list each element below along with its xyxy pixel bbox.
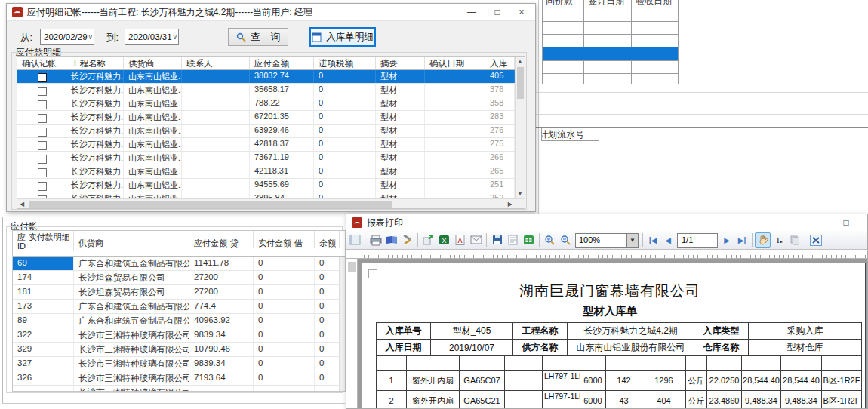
col-header[interactable]: 联系人 [182, 57, 250, 69]
export-excel-icon[interactable]: X [436, 232, 452, 248]
print-icon[interactable] [368, 232, 383, 248]
scroll-down-icon[interactable]: ▼ [516, 190, 525, 197]
col-header[interactable]: 工程名称 [66, 57, 124, 69]
close-button[interactable]: × [509, 4, 534, 20]
col-header[interactable]: 余额 [315, 231, 340, 248]
document-icon[interactable] [505, 232, 521, 248]
hand-tool-icon[interactable] [755, 232, 771, 248]
checkbox[interactable] [38, 128, 47, 137]
table-row[interactable]: 长沙万科魅力... 山东南山铝业... 35658.17 0 型材 376 [17, 84, 525, 97]
cell-detail-id[interactable]: 173 [13, 300, 74, 313]
checkbox[interactable] [38, 155, 47, 164]
export-pdf-icon[interactable]: A [452, 232, 468, 248]
checkbox[interactable] [38, 195, 47, 198]
to-date-combobox[interactable]: 2020/03/31 ∨ [125, 29, 179, 45]
table-row[interactable]: 326 长沙市三湘特种玻璃有限公司 7193.64 0 0 [13, 371, 345, 386]
prev-page-button[interactable]: ◀ [660, 236, 676, 244]
table-row[interactable]: 173 广东合和建筑五金制品有限公司 774.4 0 0 [13, 300, 345, 314]
inbound-detail-button[interactable]: 入库单明细 [310, 28, 375, 46]
export-html-icon[interactable] [521, 232, 537, 248]
cell-detail-id[interactable]: 327 [13, 357, 74, 371]
titlebar[interactable]: 报表打印 — □ × [346, 214, 867, 232]
col-header[interactable]: 应-实付款明细ID [13, 231, 74, 251]
vertical-scrollbar[interactable]: ▲ ▼ [515, 57, 525, 198]
col-header[interactable]: 实付金额-借 [254, 231, 315, 248]
chevron-down-icon[interactable]: ∨ [172, 33, 178, 41]
zoom-select[interactable]: 100% ▼ [575, 233, 639, 248]
table-row[interactable]: 322 长沙市三湘特种玻璃有限公司 9839.34 0 0 [13, 328, 345, 343]
table-row[interactable]: 长沙万科魅力... 山东南山铝业... 73671.19 0 型材 266 [17, 152, 525, 165]
checkbox[interactable] [38, 114, 47, 123]
table-row[interactable]: 长沙万科魅力... 山东南山铝业... 94555.69 0 型材 251 [17, 179, 525, 192]
col-header[interactable]: 供货商 [124, 57, 182, 69]
page-indicator[interactable]: 1/1 [677, 233, 718, 248]
scroll-up-icon[interactable]: ▲ [516, 58, 525, 65]
col-header[interactable]: 应付金额 [250, 57, 314, 69]
confirm-checkbox-cell[interactable] [17, 179, 66, 192]
zoom-out-icon[interactable] [558, 232, 574, 248]
confirm-checkbox-cell[interactable] [17, 111, 66, 124]
col-header[interactable]: 进项税额 [314, 57, 376, 69]
checkbox[interactable] [38, 100, 47, 109]
close-preview-icon[interactable] [808, 232, 823, 248]
query-button[interactable]: 查 询 [228, 28, 288, 46]
cell-detail-id[interactable]: 89 [13, 314, 74, 328]
chevron-down-icon[interactable]: ▼ [626, 234, 638, 247]
table-row[interactable]: 长沙万科魅力... 山东南山铝业... 67201.35 0 型材 283 [17, 111, 525, 125]
table-row[interactable]: 327 长沙市三湘特种玻璃有限公司 9839.34 0 0 [13, 357, 345, 371]
last-page-button[interactable]: ▶| [734, 236, 749, 244]
cell-detail-id[interactable]: 174 [13, 271, 74, 284]
horizontal-scrollbar[interactable]: ◀ ▶ [17, 198, 525, 208]
cell-detail-id[interactable]: 326 [13, 371, 74, 385]
table-row[interactable]: 329 长沙市三湘特种玻璃有限公司 10790.46 0 0 [13, 343, 345, 357]
table-row[interactable]: 长沙市三湘特种玻璃有限公司 [13, 386, 345, 391]
zoom-in-icon[interactable] [542, 232, 558, 248]
table-row[interactable]: 长沙万科魅力... 山东南山铝业... 63929.46 0 型材 276 [17, 125, 525, 138]
scrollbar-thumb[interactable] [29, 201, 392, 208]
scrollbar-thumb[interactable] [517, 67, 524, 99]
table-row[interactable]: 69 广东合和建筑五金制品有限公司 11411.78 0 0 [13, 257, 345, 271]
col-header[interactable]: 供货商 [74, 231, 189, 248]
vertical-scrollbar[interactable] [339, 257, 345, 391]
outline-toggle-icon[interactable] [346, 232, 362, 248]
cell-detail-id[interactable]: 322 [13, 328, 74, 342]
confirm-checkbox-cell[interactable] [17, 192, 66, 198]
col-header[interactable]: 摘要 [376, 57, 425, 69]
cell-detail-id[interactable]: 69 [13, 257, 74, 270]
cell-detail-id[interactable] [13, 386, 74, 391]
chevron-down-icon[interactable]: ∨ [88, 33, 94, 41]
text-select-tool-icon[interactable]: I [771, 232, 786, 248]
confirm-checkbox-cell[interactable] [17, 84, 66, 97]
confirm-checkbox-cell[interactable] [17, 165, 66, 178]
send-mail-icon[interactable] [468, 232, 484, 248]
checkbox[interactable] [38, 73, 47, 82]
col-header[interactable]: 入库 [485, 57, 515, 69]
design-tools-icon[interactable] [399, 232, 415, 248]
table-row[interactable]: 长沙万科魅力... 山东南山铝业... 3895.84 0 型材 252 [17, 192, 525, 198]
scroll-right-icon[interactable]: ▶ [508, 201, 512, 208]
confirm-checkbox-cell[interactable] [17, 70, 66, 83]
table-row[interactable]: 长沙万科魅力... 山东南山铝业... 42818.37 0 型材 275 [17, 138, 525, 152]
checkbox[interactable] [38, 182, 47, 191]
from-date-combobox[interactable]: 2020/02/29 ∨ [40, 29, 94, 45]
bg-selected-row[interactable] [543, 47, 678, 60]
col-header[interactable]: 应付金额-贷 [189, 231, 254, 248]
save-icon[interactable] [489, 232, 505, 248]
checkbox[interactable] [38, 87, 47, 96]
col-header[interactable]: 确认日期 [425, 57, 485, 69]
next-page-button[interactable]: ▶ [719, 236, 734, 244]
confirm-checkbox-cell[interactable] [17, 97, 66, 110]
col-header[interactable]: 确认记帐 [17, 57, 66, 69]
checkbox[interactable] [38, 168, 47, 177]
confirm-checkbox-cell[interactable] [17, 152, 66, 165]
copy-page-icon[interactable] [786, 232, 802, 248]
print-preview-area[interactable]: 湖南巨晟门窗幕墙有限公司 型材入库单 入库单号 型材_405 工程名称 长沙万科… [346, 259, 867, 408]
maximize-button[interactable]: □ [834, 214, 858, 231]
checkbox[interactable] [38, 141, 47, 150]
maximize-button[interactable]: □ [485, 4, 509, 20]
titlebar[interactable]: 应付明细记帐------当前工程: 长沙万科魅力之城4.2期------当前用户… [7, 4, 535, 21]
cell-detail-id[interactable]: 181 [13, 285, 74, 299]
first-page-button[interactable]: |◀ [645, 236, 660, 244]
scroll-left-icon[interactable]: ◀ [20, 201, 24, 208]
close-button[interactable]: × [863, 214, 868, 231]
